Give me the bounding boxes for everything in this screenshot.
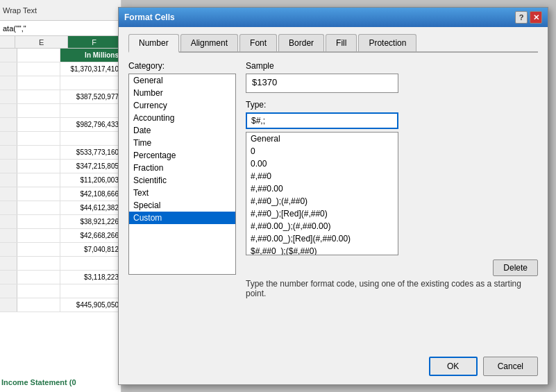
type-input[interactable] bbox=[246, 112, 398, 129]
type-list-item[interactable]: 0.00 bbox=[246, 157, 398, 170]
table-row: $533,773,160 bbox=[0, 146, 121, 160]
table-row: $38,921,226 bbox=[0, 215, 121, 229]
table-row: $42,668,266 bbox=[0, 229, 121, 243]
column-headers: E F bbox=[0, 36, 121, 49]
dialog-body: Category: General Number Currency Accoun… bbox=[128, 61, 538, 298]
col-f-title: In Millions bbox=[60, 49, 121, 62]
tab-border[interactable]: Border bbox=[278, 34, 324, 51]
ok-button[interactable]: OK bbox=[429, 357, 478, 376]
close-icon: ✕ bbox=[533, 13, 539, 22]
category-date[interactable]: Date bbox=[129, 124, 235, 137]
category-section: Category: General Number Currency Accoun… bbox=[128, 61, 236, 298]
formula-bar: ata(""," bbox=[0, 21, 121, 36]
table-row: $44,612,382 bbox=[0, 201, 121, 215]
sample-label: Sample bbox=[246, 61, 538, 71]
dialog-titlebar: Format Cells ? ✕ bbox=[119, 8, 548, 27]
spreadsheet-toolbar: Wrap Text bbox=[0, 0, 121, 21]
table-row: $982,796,433 bbox=[0, 118, 121, 132]
description-text: Type the number format code, using one o… bbox=[246, 276, 538, 298]
help-button[interactable]: ? bbox=[515, 11, 528, 24]
category-currency[interactable]: Currency bbox=[129, 99, 235, 112]
format-cells-dialog: Format Cells ? ✕ Number Alignment Font B… bbox=[118, 7, 548, 385]
type-list-item[interactable]: #,##0_);(#,##0) bbox=[246, 195, 398, 207]
category-percentage[interactable]: Percentage bbox=[129, 149, 235, 162]
sample-value: $1370 bbox=[246, 74, 398, 93]
tab-bar: Number Alignment Font Border Fill Protec… bbox=[128, 34, 538, 53]
income-statement-label: Income Statement (0 bbox=[1, 378, 119, 386]
type-list-item[interactable]: 0 bbox=[246, 145, 398, 157]
table-row: In Millions bbox=[0, 49, 121, 62]
dialog-footer: OK Cancel bbox=[429, 357, 538, 376]
table-row: $1,370,317,410 bbox=[0, 62, 121, 76]
delete-button[interactable]: Delete bbox=[493, 259, 538, 276]
table-row: $445,905,050 bbox=[0, 298, 121, 312]
dialog-title: Format Cells bbox=[124, 12, 175, 22]
dialog-content: Number Alignment Font Border Fill Protec… bbox=[119, 27, 548, 305]
close-button[interactable]: ✕ bbox=[530, 11, 542, 24]
table-row: $347,215,805 bbox=[0, 160, 121, 173]
type-list-item[interactable]: #,##0.00 bbox=[246, 182, 398, 195]
cancel-button[interactable]: Cancel bbox=[483, 357, 538, 376]
table-row: $387,520,977 bbox=[0, 90, 121, 104]
table-row: $11,206,003 bbox=[0, 173, 121, 187]
type-list-item[interactable]: #,##0 bbox=[246, 170, 398, 182]
table-row bbox=[0, 284, 121, 298]
col-e-header: E bbox=[15, 36, 68, 48]
tab-font[interactable]: Font bbox=[239, 34, 277, 51]
type-list-item[interactable]: #,##0_);[Red](#,##0) bbox=[246, 207, 398, 220]
category-label: Category: bbox=[128, 61, 236, 71]
table-row bbox=[0, 132, 121, 146]
category-text[interactable]: Text bbox=[129, 187, 235, 199]
col-f-header: F bbox=[68, 36, 121, 48]
type-list-item[interactable]: #,##0.00_);(#,##0.00) bbox=[246, 220, 398, 232]
table-row: $7,040,812 bbox=[0, 243, 121, 257]
category-accounting[interactable]: Accounting bbox=[129, 112, 235, 124]
table-row bbox=[0, 104, 121, 118]
wrap-text-label: Wrap Text bbox=[3, 6, 37, 15]
tab-protection[interactable]: Protection bbox=[358, 34, 416, 51]
tab-number[interactable]: Number bbox=[128, 34, 179, 53]
tab-fill[interactable]: Fill bbox=[326, 34, 357, 51]
table-row: $42,108,666 bbox=[0, 187, 121, 201]
category-special[interactable]: Special bbox=[129, 199, 235, 212]
type-listbox[interactable]: General 0 0.00 #,##0 #,##0.00 #,##0_);(#… bbox=[246, 132, 398, 255]
type-label: Type: bbox=[246, 100, 538, 110]
sample-section: Sample $1370 bbox=[246, 61, 538, 93]
category-custom[interactable]: Custom bbox=[129, 212, 235, 224]
spreadsheet-background: Wrap Text ata(""," E F In Millions $1,37… bbox=[0, 0, 121, 392]
right-panel: Sample $1370 Type: General 0 0.00 #,##0 … bbox=[246, 61, 538, 298]
type-list-item[interactable]: General bbox=[246, 133, 398, 145]
category-scientific[interactable]: Scientific bbox=[129, 174, 235, 187]
table-row bbox=[0, 76, 121, 90]
formula-text: ata(""," bbox=[3, 24, 26, 33]
type-section: Type: General 0 0.00 #,##0 #,##0.00 #,##… bbox=[246, 100, 538, 255]
category-listbox[interactable]: General Number Currency Accounting Date … bbox=[128, 74, 236, 275]
tab-alignment[interactable]: Alignment bbox=[180, 34, 238, 51]
table-row: $3,118,223 bbox=[0, 271, 121, 284]
table-row bbox=[0, 257, 121, 271]
category-fraction[interactable]: Fraction bbox=[129, 162, 235, 174]
titlebar-controls: ? ✕ bbox=[515, 11, 542, 24]
type-list-item[interactable]: #,##0.00_);[Red](#,##0.00) bbox=[246, 232, 398, 245]
category-time[interactable]: Time bbox=[129, 137, 235, 149]
help-icon: ? bbox=[519, 13, 524, 22]
category-number[interactable]: Number bbox=[129, 87, 235, 99]
type-list-item[interactable]: $#,##0_);($#,##0) bbox=[246, 245, 398, 255]
category-general[interactable]: General bbox=[129, 74, 235, 87]
